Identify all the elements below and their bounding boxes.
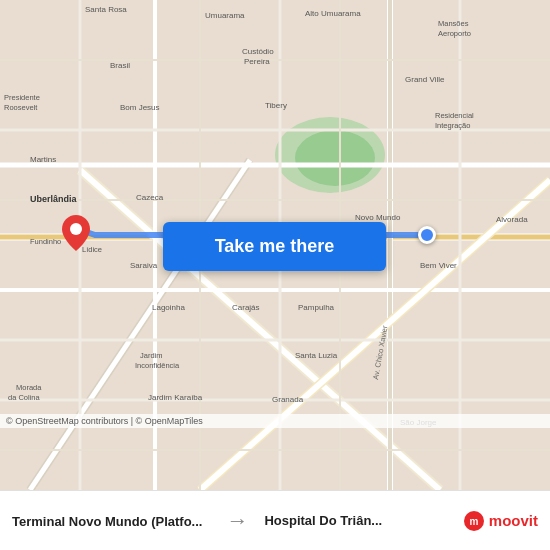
svg-text:Novo Mundo: Novo Mundo (355, 213, 401, 222)
svg-text:Jardim Karaíba: Jardim Karaíba (148, 393, 203, 402)
svg-text:Umuarama: Umuarama (205, 11, 245, 20)
svg-point-63 (70, 223, 82, 235)
svg-text:Santa Rosa: Santa Rosa (85, 5, 127, 14)
svg-text:Residencial: Residencial (435, 111, 474, 120)
svg-text:Morada: Morada (16, 383, 42, 392)
svg-text:Brasil: Brasil (110, 61, 130, 70)
svg-text:Roosevelt: Roosevelt (4, 103, 38, 112)
svg-text:Bem Viver: Bem Viver (420, 261, 457, 270)
svg-text:Aeroporto: Aeroporto (438, 29, 471, 38)
footer-origin: Terminal Novo Mundo (Platfo... (12, 512, 210, 529)
svg-text:Alto Umuarama: Alto Umuarama (305, 9, 361, 18)
footer-destination-place: Hospital Do Triân... (264, 513, 462, 528)
svg-text:Cazeca: Cazeca (136, 193, 164, 202)
svg-text:Uberlândia: Uberlândia (30, 194, 78, 204)
footer-origin-place: Terminal Novo Mundo (Platfo... (12, 514, 210, 529)
map-attribution: © OpenStreetMap contributors | © OpenMap… (0, 414, 550, 428)
footer: Terminal Novo Mundo (Platfo... → Hospita… (0, 490, 550, 550)
destination-pin (62, 215, 90, 251)
svg-point-2 (295, 130, 375, 186)
svg-text:Lagoinha: Lagoinha (152, 303, 185, 312)
svg-text:Presidente: Presidente (4, 93, 40, 102)
svg-text:Bom Jesus: Bom Jesus (120, 103, 160, 112)
svg-text:Pereira: Pereira (244, 57, 270, 66)
take-me-there-button[interactable]: Take me there (163, 222, 386, 271)
svg-text:Jardim: Jardim (140, 351, 163, 360)
svg-text:Santa Luzia: Santa Luzia (295, 351, 338, 360)
svg-text:da Colina: da Colina (8, 393, 41, 402)
moovit-icon: m (463, 510, 485, 532)
svg-text:Martins: Martins (30, 155, 56, 164)
svg-text:Fundinho: Fundinho (30, 237, 61, 246)
map-container: Santa Rosa Umuarama Alto Umuarama Mansõe… (0, 0, 550, 490)
svg-text:Granada: Granada (272, 395, 304, 404)
svg-text:Grand Ville: Grand Ville (405, 75, 445, 84)
svg-text:m: m (469, 516, 478, 527)
svg-text:Integração: Integração (435, 121, 470, 130)
svg-text:Saraiva: Saraiva (130, 261, 158, 270)
svg-text:Custódio: Custódio (242, 47, 274, 56)
svg-text:Tibery: Tibery (265, 101, 287, 110)
svg-text:Alvorada: Alvorada (496, 215, 528, 224)
svg-text:Inconfidência: Inconfidência (135, 361, 180, 370)
footer-arrow-icon: → (210, 508, 264, 534)
svg-text:Carajás: Carajás (232, 303, 260, 312)
moovit-text: moovit (489, 512, 538, 529)
svg-text:Pampulha: Pampulha (298, 303, 335, 312)
svg-text:Mansões: Mansões (438, 19, 469, 28)
footer-destination: Hospital Do Triân... (264, 513, 462, 528)
origin-dot (418, 226, 436, 244)
moovit-logo: m moovit (463, 510, 538, 532)
